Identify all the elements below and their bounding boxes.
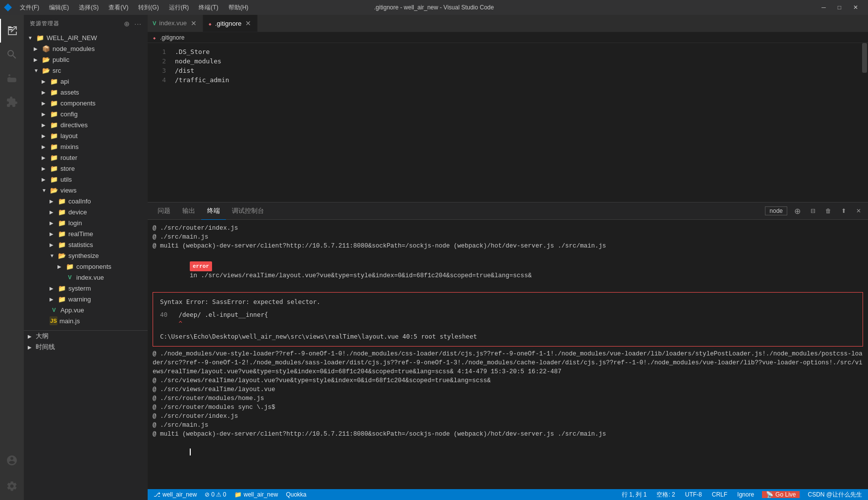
menu-edit[interactable]: 编辑(E) — [45, 2, 73, 13]
activity-settings[interactable] — [0, 474, 24, 498]
tree-app-vue[interactable]: ▶ V App.vue — [24, 304, 148, 315]
activity-source-control[interactable] — [0, 66, 24, 90]
position-text: 行 1, 列 1 — [622, 491, 647, 499]
kill-terminal-icon[interactable]: 🗑 — [822, 206, 834, 215]
tree-mixins[interactable]: ▶ 📁 mixins — [24, 141, 148, 152]
branch-name: well_air_new — [163, 491, 197, 498]
vue-tab-icon: V — [153, 20, 156, 26]
tree-warning[interactable]: ▶ 📁 warning — [24, 294, 148, 304]
tree-config[interactable]: ▶ 📁 config — [24, 108, 148, 119]
arrow-collapsed-icon: ▶ — [50, 242, 57, 248]
minimize-button[interactable]: ─ — [815, 2, 832, 13]
tab-index-vue[interactable]: V index.vue ✕ — [148, 15, 203, 32]
tree-syn-components[interactable]: ▶ 📁 components — [24, 261, 148, 272]
tree-device[interactable]: ▶ 📁 device — [24, 206, 148, 217]
tree-assets[interactable]: ▶ 📁 assets — [24, 87, 148, 98]
error-code: /deep/ .el-input__inner{ — [179, 311, 269, 318]
status-spaces[interactable]: 空格: 2 — [654, 491, 677, 499]
close-panel-icon[interactable]: ✕ — [853, 206, 864, 215]
menu-select[interactable]: 选择(S) — [75, 2, 103, 13]
tree-outline[interactable]: ▶ 大纲 — [24, 331, 148, 342]
new-terminal-icon[interactable]: ⊕ — [791, 205, 804, 217]
close-button[interactable]: ✕ — [847, 2, 864, 13]
tree-timeline[interactable]: ▶ 时间线 — [24, 342, 148, 352]
encoding-text: UTF-8 — [685, 491, 702, 498]
folder-special-icon: 📁 — [50, 88, 58, 97]
maximize-button[interactable]: □ — [832, 2, 847, 13]
tree-api[interactable]: ▶ 📁 api — [24, 76, 148, 87]
js-file-icon: JS — [50, 316, 57, 325]
menu-file[interactable]: 文件(F) — [16, 2, 43, 13]
activity-bar — [0, 15, 24, 500]
tree-label-node-modules: node_modules — [53, 45, 95, 52]
tab-close-index-vue[interactable]: ✕ — [190, 18, 198, 28]
tree-label-syn-components: components — [76, 263, 111, 270]
status-errors[interactable]: ⊘ 0 ⚠ 0 — [203, 491, 228, 498]
menu-view[interactable]: 查看(V) — [105, 2, 132, 13]
activity-extensions[interactable] — [0, 90, 24, 114]
tree-login[interactable]: ▶ 📁 login — [24, 217, 148, 228]
maximize-panel-icon[interactable]: ⬆ — [838, 206, 849, 215]
tree-coalInfo[interactable]: ▶ 📁 coalInfo — [24, 196, 148, 206]
tree-layout[interactable]: ▶ 📁 layout — [24, 130, 148, 141]
tree-main-js[interactable]: ▶ JS main.js — [24, 315, 148, 326]
tree-router[interactable]: ▶ 📁 router — [24, 152, 148, 163]
status-quokka[interactable]: Quokka — [284, 491, 308, 498]
tree-public[interactable]: ▶ 📂 public — [24, 54, 148, 65]
status-position[interactable]: 行 1, 列 1 — [620, 491, 649, 499]
panel-tab-problems[interactable]: 问题 — [152, 202, 176, 220]
new-file-icon[interactable]: ⊕ — [124, 20, 130, 28]
project-label: well_air_new — [244, 491, 278, 498]
activity-search[interactable] — [0, 43, 24, 66]
menu-terminal[interactable]: 终端(T) — [195, 2, 222, 13]
menu-goto[interactable]: 转到(G) — [134, 2, 163, 13]
arrow-icon: ▼ — [28, 35, 36, 41]
line-ending-text: CRLF — [712, 491, 727, 498]
status-language[interactable]: Ignore — [735, 491, 756, 498]
error-line-num: 40 — [160, 310, 175, 319]
tree-systerm[interactable]: ▶ 📁 systerm — [24, 283, 148, 294]
tab-gitignore[interactable]: ⬥ .gitignore ✕ — [203, 15, 258, 32]
tree-statistics[interactable]: ▶ 📁 statistics — [24, 239, 148, 250]
code-content[interactable]: .DS_Store node_modules /dist /traffic_ad… — [170, 43, 861, 202]
tree-synthesize[interactable]: ▼ 📂 synthesize — [24, 250, 148, 261]
activity-explorer[interactable] — [0, 19, 24, 43]
folder-icon: 📁 — [57, 229, 66, 238]
tree-views[interactable]: ▼ 📂 views — [24, 185, 148, 196]
vue-file-icon: V — [50, 305, 58, 314]
menu-help[interactable]: 帮助(H) — [224, 2, 253, 13]
tree-components[interactable]: ▶ 📁 components — [24, 98, 148, 108]
tree-label-public: public — [53, 56, 69, 63]
tree-src[interactable]: ▼ 📂 src — [24, 65, 148, 76]
status-line-ending[interactable]: CRLF — [710, 491, 729, 498]
warning-count: 0 — [223, 491, 226, 498]
status-project[interactable]: 📁 well_air_new — [232, 491, 280, 498]
terminal-content[interactable]: @ ./src/router/index.js @ ./src/main.js … — [148, 220, 868, 489]
panel-tab-debug[interactable]: 调试控制台 — [226, 202, 270, 220]
tree-project-root[interactable]: ▼ 📁 WELL_AIR_NEW — [24, 32, 148, 43]
split-terminal-icon[interactable]: ⊟ — [808, 206, 818, 215]
status-live[interactable]: 📡 Go Live — [762, 491, 800, 498]
tree-node-modules[interactable]: ▶ 📦 node_modules — [24, 43, 148, 54]
tree-label-mixins: mixins — [60, 143, 79, 150]
tree-store[interactable]: ▶ 📁 store — [24, 163, 148, 174]
breadcrumb-icon: ⬥ — [153, 34, 156, 41]
more-actions-icon[interactable]: ··· — [134, 20, 142, 28]
code-editor[interactable]: 1 2 3 4 .DS_Store node_modules /dist /tr… — [148, 43, 868, 202]
activity-account[interactable] — [0, 449, 24, 472]
tree-directives[interactable]: ▶ 📁 directives — [24, 119, 148, 130]
terminal-after-8: @ multi (webpack)-dev-server/client?http… — [153, 430, 863, 439]
status-branch[interactable]: ⎇ well_air_new — [152, 491, 199, 498]
menu-run[interactable]: 运行(R) — [165, 2, 193, 13]
main-layout: 资源管理器 ⊕ ··· ▼ 📁 WELL_AIR_NEW ▶ 📦 node_mo… — [0, 15, 868, 500]
terminal-error-line: error in ./src/views/realTime/layout.vue… — [153, 252, 863, 289]
terminal-after-2: @ ./src/views/realTime/layout.vue?vue&ty… — [153, 376, 863, 385]
editor-scrollbar[interactable] — [861, 43, 868, 202]
status-encoding[interactable]: UTF-8 — [683, 491, 704, 498]
tree-utils[interactable]: ▶ 📁 utils — [24, 174, 148, 185]
tree-syn-index-vue[interactable]: ▶ V index.vue — [24, 272, 148, 283]
tree-realTime[interactable]: ▶ 📁 realTime — [24, 228, 148, 239]
panel-tab-output[interactable]: 输出 — [176, 202, 201, 220]
panel-tab-terminal[interactable]: 终端 — [201, 202, 226, 220]
tab-close-gitignore[interactable]: ✕ — [244, 18, 252, 28]
